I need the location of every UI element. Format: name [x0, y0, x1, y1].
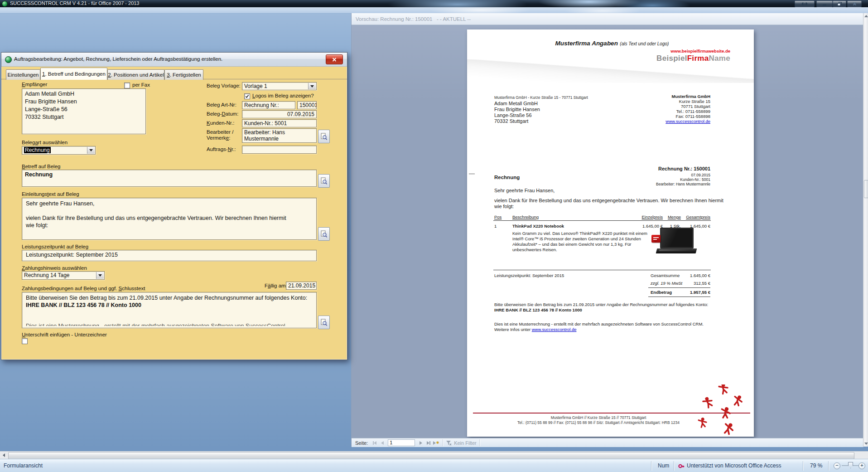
zahlungshinweis-combobox[interactable]: Rechnung 14 Tage [22, 271, 105, 280]
empfaenger-label: Empfänger [22, 82, 47, 87]
preview-pane: Vorschau: Rechnung Nr.: 150001 - - AKTUE… [351, 13, 863, 447]
clipped-text-line: Dies ist eine Musterrechnung - erstellt … [26, 322, 311, 326]
logo-wordmark: BeispielFirmaName [656, 54, 730, 63]
horizontal-scrollbar[interactable] [0, 451, 868, 459]
invoice-footer: Musterfirma GmbH // Kurze Straße 15 // 7… [467, 415, 730, 425]
minimize-icon [822, 2, 827, 6]
logos-anzeigen-checkbox[interactable] [244, 93, 250, 99]
beleg-vorlage-label: Beleg Vorlage: [207, 83, 241, 88]
vermerke-label: Vermerke: [207, 135, 230, 141]
faellig-am-field[interactable]: 21.09.2015 [286, 282, 317, 290]
minimize-button[interactable] [816, 0, 833, 7]
first-page-icon [374, 441, 376, 445]
company-website-link[interactable]: www.successcontrol.de [665, 119, 710, 124]
leistungszeitpunkt-label: Leistungszeitpunkt auf Beleg [22, 244, 88, 249]
auftrags-nr-label: Auftrags-Nr.: [207, 146, 236, 152]
belegart-label: Belegart auswählen [22, 140, 68, 145]
beleg-art-field[interactable]: Rechnung Nr.: [242, 101, 295, 109]
intro-paragraph: vielen Dank für Ihre Bestellung und das … [494, 198, 730, 209]
zahlungsbedingungen-textarea[interactable]: Bitte überweisen Sie den Betrag bis zum … [22, 292, 317, 328]
note-link[interactable]: www.successcontrol.de [532, 327, 577, 332]
beleg-vorlage-combobox[interactable]: Vorlage 1 [242, 82, 317, 90]
vertical-scrollbar[interactable] [863, 13, 868, 447]
view-status-label: Formularansicht [4, 462, 43, 469]
dancing-figures-logo [696, 384, 753, 435]
bearbeiter-field[interactable]: Bearbeiter: Hans Mustermannle [242, 128, 317, 143]
horizontal-scrollbar-thumb[interactable] [8, 452, 854, 459]
einleitungstext-textarea[interactable]: Sehr geehrte Frau Hansen, vielen Dank fü… [22, 198, 317, 240]
vertical-scrollbar-thumb[interactable] [864, 180, 868, 198]
filter-icon [446, 440, 452, 446]
sender-line: Musterfirma GmbH - Kurze Straße 15 - 707… [494, 95, 588, 100]
close-icon [332, 58, 337, 62]
dropdown-button[interactable] [87, 147, 95, 154]
window-title: SUCCESSCONTROL CRM V 4.21 - für Office 2… [10, 0, 140, 6]
page-number-input[interactable]: 1 [388, 439, 415, 446]
company-address: Musterfirma GmbH Kurze Straße 15 70771 S… [665, 94, 710, 124]
restore-button[interactable] [833, 0, 846, 7]
belegart-combobox[interactable]: Rechnung [22, 146, 96, 155]
kunden-nr-field[interactable]: Kunden-Nr.: 5001 [242, 119, 317, 127]
zahlungsbedingungen-preview-button[interactable] [318, 316, 330, 329]
dialog-close-button[interactable] [326, 54, 343, 64]
betreff-preview-button[interactable] [318, 174, 330, 188]
salutation: Sehr geehrte Frau Hansen, [494, 188, 555, 193]
leistungszeitpunkt-line: Leistungszeitpunkt: September 2015 [494, 273, 564, 278]
first-page-button[interactable] [371, 440, 378, 446]
laptop-keyboard [659, 249, 692, 251]
tab-positionen-und-artikel[interactable]: 2. Positionen und Artikel [107, 69, 164, 80]
kunden-nr-label: Kunden-Nr.: [207, 120, 234, 126]
tab-fertigstellen[interactable]: 3. Fertigstellen [164, 69, 203, 80]
beleg-nr-field[interactable]: 150001 [297, 101, 317, 109]
auftragsbearbeitung-dialog: Auftragsbearbeitung: Angebot, Rechnung, … [1, 52, 347, 360]
next-page-button[interactable] [417, 440, 424, 446]
window-resize-button[interactable] [795, 0, 815, 7]
beleg-datum-label: Beleg-Datum: [207, 111, 238, 117]
new-record-button[interactable]: ✱ [433, 440, 439, 446]
invoice-preview-page: Musterfirma Angaben (als Text und oder L… [467, 29, 754, 437]
scroll-up-icon[interactable] [864, 15, 868, 17]
totals-top-rule [493, 270, 711, 270]
betreff-field[interactable]: Rechnung [22, 170, 317, 187]
dialog-title: Auftragsbearbeitung: Angebot, Rechnung, … [14, 56, 222, 62]
zoom-in-button[interactable]: + [858, 462, 865, 469]
scroll-left-icon [3, 453, 5, 457]
laptop-screen [660, 228, 694, 248]
einleitung-preview-button[interactable] [318, 227, 330, 241]
zahlungsbedingungen-label: Zahlungsbedingungen auf Beleg und ggf. S… [22, 286, 145, 291]
previous-page-button[interactable] [379, 440, 386, 446]
zoom-level-label[interactable]: 79 % [810, 462, 822, 469]
ribbon-collapsed-strip [0, 7, 868, 14]
filter-status-label[interactable]: Kein Filter [454, 440, 477, 446]
close-button[interactable] [847, 0, 862, 7]
per-fax-checkbox[interactable] [124, 83, 130, 88]
tab-betreff-und-bedingungen[interactable]: 1. Betreff und Bedingungen [40, 68, 107, 80]
betreff-label: Betreff auf Beleg [22, 164, 60, 169]
recipient-address: Adam Metall GmbH Frau Brigitte Hansen La… [494, 101, 540, 124]
beleg-datum-field[interactable]: 07.09.2015 [242, 110, 317, 118]
payment-paragraph: Bitte überweisen Sie den Betrag bis zum … [494, 302, 711, 313]
invoice-logo: www.beispielfirmawebsite.de BeispielFirm… [656, 49, 730, 63]
new-record-icon [433, 441, 436, 445]
bearbeiter-preview-button[interactable] [318, 130, 330, 143]
product-image [656, 228, 698, 256]
auftrags-nr-field[interactable] [242, 146, 317, 154]
unterschrift-checkbox[interactable] [22, 338, 28, 344]
invoice-doc-title: Rechnung [494, 175, 520, 180]
scroll-down-icon[interactable] [864, 443, 868, 445]
beleg-art-nr-label: Beleg Art-Nr: [207, 102, 236, 107]
scroll-left-button[interactable] [0, 452, 8, 459]
last-page-button[interactable] [425, 440, 432, 446]
app-icon [2, 1, 8, 7]
tab-einstellungen[interactable]: Einstellungen [6, 69, 40, 80]
dropdown-button[interactable] [96, 272, 104, 279]
zoom-slider-thumb[interactable] [848, 462, 853, 468]
chevron-down-icon [310, 85, 314, 88]
chevron-down-icon [89, 149, 93, 151]
sample-note-paragraph: Dies ist eine Musterrechnung - erstellt … [494, 321, 711, 332]
empfaenger-textarea[interactable]: Adam Metall GmbH Frau Brigitte Hansen La… [22, 88, 146, 134]
dropdown-button[interactable] [308, 83, 316, 89]
zoom-out-button[interactable]: − [834, 462, 840, 469]
record-navigation-bar: Seite: 1 ✱ Kein Filter [352, 438, 863, 447]
leistungszeitpunkt-field[interactable]: Leistungszeitpunkt: September 2015 [22, 250, 317, 261]
